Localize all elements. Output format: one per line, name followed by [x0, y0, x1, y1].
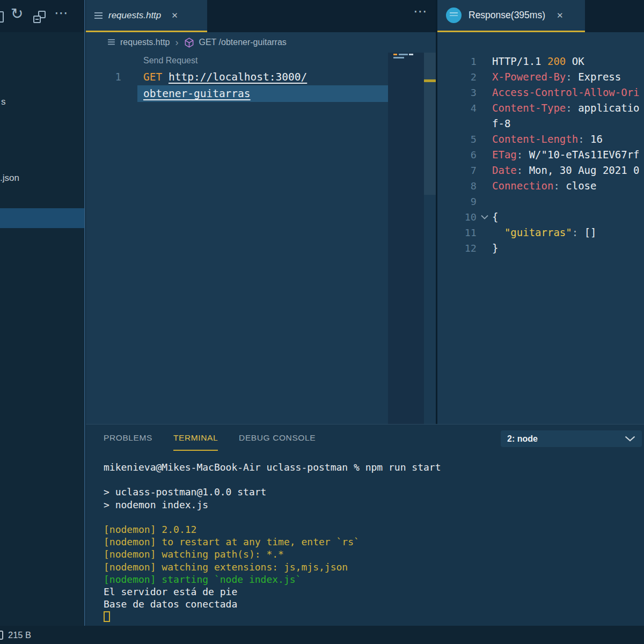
- line-number: 2: [437, 69, 477, 85]
- more-actions-icon[interactable]: ⋯: [54, 5, 68, 21]
- line-number: 1: [437, 54, 477, 69]
- close-icon[interactable]: ✕: [557, 11, 564, 20]
- response-line-text: Connection: close: [492, 178, 596, 194]
- response-line: 7Date: Mon, 30 Aug 2021 0: [437, 163, 644, 178]
- fold-gutter: [477, 240, 492, 256]
- fold-gutter: [477, 69, 492, 85]
- response-line-text: ETag: W/"10-eTAs11EV67rf: [492, 147, 640, 163]
- response-line-text: X-Powered-By: Express: [492, 69, 621, 85]
- response-line-text: }: [492, 240, 498, 256]
- request-url-wrap: obtener-guitarras: [143, 87, 251, 100]
- response-line-text: Date: Mon, 30 Aug 2021 0: [492, 163, 640, 178]
- response-line: 9: [437, 194, 644, 209]
- close-icon[interactable]: ✕: [171, 11, 178, 20]
- fold-gutter: [477, 147, 492, 163]
- line-number: 12: [437, 240, 477, 256]
- fold-gutter: [477, 194, 492, 209]
- request-line: GET http://localhost:3000/: [143, 69, 307, 85]
- fold-gutter: [477, 116, 492, 131]
- response-line: 1HTTP/1.1 200 OK: [437, 54, 644, 69]
- file-lines-icon: [94, 12, 103, 13]
- response-group: Response(395ms) ✕ 1HTTP/1.1 200 OK2X-Pow…: [437, 0, 644, 424]
- response-size[interactable]: 215 B: [8, 630, 31, 640]
- breadcrumb: requests.http › GET /obtener-guitarras: [86, 32, 436, 53]
- new-file-icon[interactable]: [0, 11, 4, 23]
- vscode-window: ↻ ⋯ s .json requests.http ✕ ⋯ requests.h…: [0, 0, 644, 644]
- panel-tab-terminal[interactable]: TERMINAL: [173, 433, 218, 451]
- terminal-line: mikenieva@Mikes-MacBook-Air uclass-postm…: [104, 461, 644, 473]
- line-number: 11: [437, 225, 477, 240]
- terminal-line: Base de datos conectada: [104, 598, 644, 610]
- terminal-line: [104, 511, 644, 523]
- line-number: 8: [437, 178, 477, 194]
- tab-title: requests.http: [108, 10, 161, 21]
- line-number: 1: [86, 69, 121, 85]
- minimap-mark: [393, 57, 404, 58]
- refresh-icon[interactable]: ↻: [11, 5, 23, 23]
- chevron-down-icon: [625, 436, 635, 442]
- explorer-sidebar: ↻ ⋯ s .json: [0, 0, 85, 626]
- breadcrumb-symbol[interactable]: GET /obtener-guitarras: [199, 38, 287, 47]
- line-number: 4: [437, 100, 477, 116]
- tab-requests-http[interactable]: requests.http ✕: [86, 0, 207, 32]
- panel-tab-problems[interactable]: PROBLEMS: [104, 433, 152, 451]
- terminal-picker[interactable]: 2: node: [501, 430, 642, 447]
- line-number: 3: [437, 85, 477, 100]
- breadcrumb-file[interactable]: requests.http: [120, 38, 170, 47]
- fold-chevron-icon[interactable]: [477, 209, 492, 225]
- rest-client-icon: [446, 8, 462, 23]
- terminal-line: El servidor está de pie: [104, 586, 644, 598]
- editor-scrollbar[interactable]: [424, 53, 436, 424]
- line-number: 9: [437, 194, 477, 209]
- breadcrumb-separator: ›: [175, 37, 179, 48]
- terminal-line: [nodemon] watching extensions: js,mjs,js…: [104, 561, 644, 573]
- terminal-picker-value: 2: node: [507, 434, 538, 444]
- editor-tabstrip: requests.http ✕ ⋯: [86, 0, 436, 32]
- panel-tab-debug-console[interactable]: DEBUG CONSOLE: [239, 433, 316, 451]
- editor-more-actions-icon[interactable]: ⋯: [413, 3, 427, 20]
- send-request-codelens[interactable]: Send Request: [143, 56, 197, 65]
- response-line-text: f-8: [492, 116, 510, 131]
- response-line: 3Access-Control-Allow-Ori: [437, 85, 644, 100]
- terminal-line: [nodemon] 2.0.12: [104, 523, 644, 536]
- terminal[interactable]: mikenieva@Mikes-MacBook-Air uclass-postm…: [104, 461, 644, 626]
- response-line: 6ETag: W/"10-eTAs11EV67rf: [437, 147, 644, 163]
- line-number: [437, 116, 477, 131]
- response-line-text: "guitarras": []: [492, 225, 597, 240]
- collapse-folders-icon-front: [33, 16, 41, 23]
- fold-gutter: [477, 163, 492, 178]
- panel-tabs: PROBLEMSTERMINALDEBUG CONSOLE: [104, 433, 316, 451]
- file-lines-icon: [108, 39, 115, 40]
- file-tree-item-selected[interactable]: [0, 208, 84, 228]
- response-line: 11 "guitarras": []: [437, 225, 644, 240]
- response-line-text: Content-Length: 16: [492, 131, 603, 147]
- fold-gutter: [477, 54, 492, 69]
- request-url: http://localhost:3000/: [169, 71, 307, 83]
- tab-response[interactable]: Response(395ms) ✕: [437, 0, 585, 32]
- terminal-line: [104, 473, 644, 486]
- collapse-folders-icon[interactable]: [33, 11, 46, 23]
- method-cube-icon: [184, 38, 194, 48]
- fold-gutter: [477, 100, 492, 116]
- tab-title: Response(395ms): [469, 10, 545, 21]
- file-tree-item[interactable]: s: [1, 97, 6, 107]
- fold-gutter: [477, 225, 492, 240]
- file-tree-item[interactable]: .json: [0, 173, 19, 184]
- terminal-line: [nodemon] to restart at any time, enter …: [104, 536, 644, 548]
- minimap-mark: [409, 54, 413, 55]
- response-line: 4Content-Type: applicatio: [437, 100, 644, 116]
- response-line: 5Content-Length: 16: [437, 131, 644, 147]
- overview-ruler-mark: [424, 79, 436, 82]
- response-line-text: Access-Control-Allow-Ori: [492, 85, 640, 100]
- scrollbar-slider[interactable]: [424, 53, 436, 195]
- editor-group: requests.http ✕ ⋯ requests.http › GET /o…: [86, 0, 436, 424]
- minimap[interactable]: [388, 53, 424, 424]
- status-bar: 215 B: [0, 626, 644, 644]
- response-editor[interactable]: 1HTTP/1.1 200 OK2X-Powered-By: Express3A…: [437, 32, 644, 424]
- response-line: f-8: [437, 116, 644, 131]
- http-editor[interactable]: Send Request 1 GET http://localhost:3000…: [86, 53, 436, 424]
- response-line: 12}: [437, 240, 644, 256]
- response-line-text: {: [492, 209, 498, 225]
- fold-gutter: [477, 178, 492, 194]
- http-method: GET: [143, 71, 169, 83]
